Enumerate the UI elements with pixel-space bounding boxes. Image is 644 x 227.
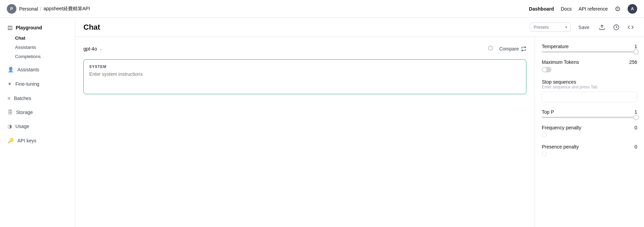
save-button[interactable]: Save <box>575 23 593 32</box>
stop-sequences-section: Stop sequences Enter sequence and press … <box>542 79 637 89</box>
max-tokens-toggle-knob <box>542 68 547 72</box>
top-p-fill <box>542 117 636 118</box>
storage-icon: 🗄 <box>8 109 13 115</box>
top-p-row: Top P 1 <box>542 109 637 115</box>
temperature-thumb <box>633 49 639 55</box>
sidebar-item-chat[interactable]: Chat <box>15 33 75 43</box>
finetuning-icon: ✦ <box>8 81 12 87</box>
main-header: Chat Presets ▾ Save <box>75 18 644 37</box>
top-p-label: Top P <box>542 109 554 115</box>
sidebar-storage-section: 🗄 Storage <box>0 107 75 118</box>
sidebar-item-completions[interactable]: Completions <box>15 52 75 61</box>
presence-penalty-row: Presence penalty 0 <box>542 144 637 150</box>
temperature-slider[interactable] <box>542 51 637 53</box>
sidebar-assistants-section: 👤 Assistants <box>0 64 75 75</box>
temperature-value: 1 <box>634 44 637 49</box>
sidebar-item-assistants[interactable]: 👤 Assistants <box>2 64 73 75</box>
project-label[interactable]: appsheet経費精算API <box>43 6 90 12</box>
max-tokens-toggle[interactable] <box>542 67 551 72</box>
frequency-penalty-label: Frequency penalty <box>542 125 581 130</box>
svg-line-8 <box>489 49 489 50</box>
right-panel: Temperature 1 Maximum Tokens 256 <box>535 37 644 227</box>
topnav-left: P Personal / appsheet経費精算API <box>7 4 525 14</box>
frequency-penalty-toggle-container <box>542 132 637 137</box>
sidebar-finetuning-section: ✦ Fine-tuning <box>0 78 75 90</box>
topnav: P Personal / appsheet経費精算API Dashboard D… <box>0 0 644 18</box>
system-input[interactable] <box>89 71 521 88</box>
svg-line-5 <box>492 49 493 50</box>
svg-line-4 <box>489 46 489 47</box>
sidebar-playground-sub: Chat Assistants Completions <box>0 33 75 61</box>
code-button[interactable] <box>626 22 636 32</box>
usage-icon: ◑ <box>8 123 12 129</box>
presets-dropdown[interactable]: Presets ▾ <box>530 23 571 32</box>
system-box[interactable]: SYSTEM <box>83 59 526 94</box>
sidebar-item-apikeys[interactable]: 🔑 API keys <box>2 135 73 146</box>
sidebar-item-storage[interactable]: 🗄 Storage <box>2 107 73 118</box>
presence-penalty-value: 0 <box>634 144 637 150</box>
sidebar: ◫ Playground Chat Assistants Completions… <box>0 18 75 227</box>
stop-sequences-label: Stop sequences <box>542 79 576 85</box>
presence-penalty-label: Presence penalty <box>542 144 579 150</box>
model-selector[interactable]: gpt-4o ⌄ <box>83 46 102 52</box>
temperature-track <box>542 51 637 53</box>
layout: ◫ Playground Chat Assistants Completions… <box>0 18 644 227</box>
wand-button[interactable] <box>486 44 495 54</box>
history-button[interactable] <box>611 22 621 32</box>
system-label: SYSTEM <box>89 65 521 69</box>
sidebar-item-batches[interactable]: ≡ Batches <box>2 93 73 104</box>
main: Chat Presets ▾ Save <box>75 18 644 227</box>
compare-button[interactable]: Compare <box>499 46 526 52</box>
batches-icon: ≡ <box>8 95 11 101</box>
max-tokens-toggle-container <box>542 67 637 72</box>
model-name: gpt-4o <box>83 46 97 52</box>
upload-button[interactable] <box>597 22 607 32</box>
frequency-penalty-value: 0 <box>634 125 637 130</box>
max-tokens-label: Maximum Tokens <box>542 59 579 65</box>
temperature-fill <box>542 51 636 53</box>
sidebar-batches-section: ≡ Batches <box>0 93 75 104</box>
frequency-penalty-radio[interactable] <box>542 132 547 137</box>
top-p-track <box>542 117 637 118</box>
dashboard-link[interactable]: Dashboard <box>529 6 554 12</box>
sidebar-usage-section: ◑ Usage <box>0 120 75 132</box>
breadcrumb-separator: / <box>40 6 41 12</box>
max-tokens-row: Maximum Tokens 256 <box>542 59 637 65</box>
sidebar-apikeys-section: 🔑 API keys <box>0 135 75 146</box>
temperature-label: Temperature <box>542 44 569 49</box>
top-p-slider[interactable] <box>542 117 637 118</box>
gear-icon[interactable]: ⚙ <box>615 5 621 13</box>
model-chevron-icon: ⌄ <box>99 47 102 51</box>
stop-sequences-hint: Enter sequence and press Tab <box>542 85 598 89</box>
user-avatar[interactable]: A <box>628 4 637 14</box>
model-bar-right: Compare <box>486 44 526 54</box>
page-title: Chat <box>83 23 526 32</box>
stop-sequences-input[interactable] <box>542 91 637 102</box>
sidebar-item-playground[interactable]: ◫ Playground <box>2 22 73 33</box>
sidebar-item-assistants-sub[interactable]: Assistants <box>15 43 75 52</box>
assistants-icon: 👤 <box>8 67 14 73</box>
chat-area: gpt-4o ⌄ Compare SYST <box>75 37 535 227</box>
model-bar: gpt-4o ⌄ Compare <box>83 44 526 54</box>
presence-penalty-toggle-container <box>542 152 637 156</box>
playground-label: Playground <box>16 25 42 30</box>
svg-line-9 <box>492 46 493 47</box>
sidebar-item-finetuning[interactable]: ✦ Fine-tuning <box>2 78 73 90</box>
temperature-row: Temperature 1 <box>542 44 637 49</box>
sidebar-item-usage[interactable]: ◑ Usage <box>2 120 73 132</box>
personal-label[interactable]: Personal <box>19 6 38 12</box>
personal-avatar[interactable]: P <box>7 4 16 14</box>
frequency-penalty-row: Frequency penalty 0 <box>542 125 637 130</box>
breadcrumb: Personal / appsheet経費精算API <box>19 6 90 12</box>
docs-link[interactable]: Docs <box>561 6 572 12</box>
max-tokens-value: 256 <box>629 59 637 65</box>
content-area: gpt-4o ⌄ Compare SYST <box>75 37 644 227</box>
apikeys-icon: 🔑 <box>8 138 14 144</box>
topnav-right: Dashboard Docs API reference ⚙ A <box>529 4 637 14</box>
top-p-thumb <box>633 115 639 120</box>
api-reference-link[interactable]: API reference <box>578 6 608 12</box>
presence-penalty-radio[interactable] <box>542 152 547 156</box>
top-p-value: 1 <box>634 109 637 115</box>
playground-icon: ◫ <box>8 25 12 31</box>
sidebar-playground-section: ◫ Playground Chat Assistants Completions <box>0 22 75 61</box>
